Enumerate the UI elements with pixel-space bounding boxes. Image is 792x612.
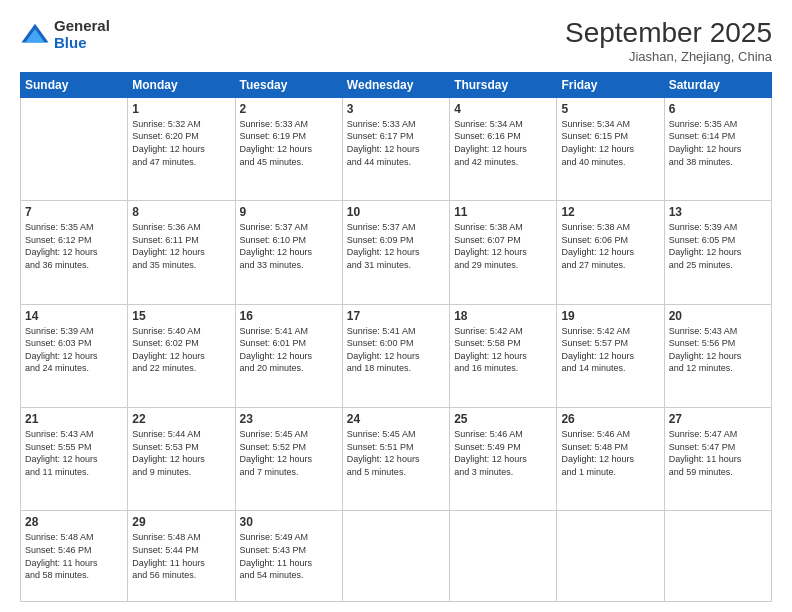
calendar-week-row: 21Sunrise: 5:43 AM Sunset: 5:55 PM Dayli… [21, 408, 772, 511]
day-info: Sunrise: 5:38 AM Sunset: 6:07 PM Dayligh… [454, 221, 552, 271]
day-number: 23 [240, 412, 338, 426]
table-row [21, 97, 128, 200]
header: General Blue September 2025 Jiashan, Zhe… [20, 18, 772, 64]
table-row: 13Sunrise: 5:39 AM Sunset: 6:05 PM Dayli… [664, 201, 771, 304]
day-number: 2 [240, 102, 338, 116]
day-number: 21 [25, 412, 123, 426]
day-number: 14 [25, 309, 123, 323]
table-row: 5Sunrise: 5:34 AM Sunset: 6:15 PM Daylig… [557, 97, 664, 200]
day-number: 8 [132, 205, 230, 219]
day-number: 4 [454, 102, 552, 116]
table-row: 14Sunrise: 5:39 AM Sunset: 6:03 PM Dayli… [21, 304, 128, 407]
day-number: 28 [25, 515, 123, 529]
day-info: Sunrise: 5:41 AM Sunset: 6:00 PM Dayligh… [347, 325, 445, 375]
logo-text: General Blue [54, 18, 110, 51]
day-number: 6 [669, 102, 767, 116]
day-info: Sunrise: 5:36 AM Sunset: 6:11 PM Dayligh… [132, 221, 230, 271]
day-number: 1 [132, 102, 230, 116]
day-number: 22 [132, 412, 230, 426]
table-row: 28Sunrise: 5:48 AM Sunset: 5:46 PM Dayli… [21, 511, 128, 602]
day-info: Sunrise: 5:34 AM Sunset: 6:15 PM Dayligh… [561, 118, 659, 168]
table-row: 29Sunrise: 5:48 AM Sunset: 5:44 PM Dayli… [128, 511, 235, 602]
table-row: 27Sunrise: 5:47 AM Sunset: 5:47 PM Dayli… [664, 408, 771, 511]
location: Jiashan, Zhejiang, China [565, 49, 772, 64]
day-info: Sunrise: 5:44 AM Sunset: 5:53 PM Dayligh… [132, 428, 230, 478]
day-info: Sunrise: 5:37 AM Sunset: 6:09 PM Dayligh… [347, 221, 445, 271]
day-number: 5 [561, 102, 659, 116]
col-thursday: Thursday [450, 72, 557, 97]
day-info: Sunrise: 5:43 AM Sunset: 5:55 PM Dayligh… [25, 428, 123, 478]
day-info: Sunrise: 5:46 AM Sunset: 5:48 PM Dayligh… [561, 428, 659, 478]
table-row: 19Sunrise: 5:42 AM Sunset: 5:57 PM Dayli… [557, 304, 664, 407]
table-row: 8Sunrise: 5:36 AM Sunset: 6:11 PM Daylig… [128, 201, 235, 304]
day-number: 25 [454, 412, 552, 426]
table-row: 25Sunrise: 5:46 AM Sunset: 5:49 PM Dayli… [450, 408, 557, 511]
day-info: Sunrise: 5:40 AM Sunset: 6:02 PM Dayligh… [132, 325, 230, 375]
day-info: Sunrise: 5:49 AM Sunset: 5:43 PM Dayligh… [240, 531, 338, 581]
day-info: Sunrise: 5:48 AM Sunset: 5:44 PM Dayligh… [132, 531, 230, 581]
day-number: 12 [561, 205, 659, 219]
table-row [557, 511, 664, 602]
table-row: 22Sunrise: 5:44 AM Sunset: 5:53 PM Dayli… [128, 408, 235, 511]
table-row: 23Sunrise: 5:45 AM Sunset: 5:52 PM Dayli… [235, 408, 342, 511]
day-number: 30 [240, 515, 338, 529]
day-info: Sunrise: 5:39 AM Sunset: 6:03 PM Dayligh… [25, 325, 123, 375]
day-info: Sunrise: 5:33 AM Sunset: 6:19 PM Dayligh… [240, 118, 338, 168]
table-row: 4Sunrise: 5:34 AM Sunset: 6:16 PM Daylig… [450, 97, 557, 200]
col-saturday: Saturday [664, 72, 771, 97]
day-info: Sunrise: 5:46 AM Sunset: 5:49 PM Dayligh… [454, 428, 552, 478]
calendar-week-row: 28Sunrise: 5:48 AM Sunset: 5:46 PM Dayli… [21, 511, 772, 602]
logo: General Blue [20, 18, 110, 51]
table-row: 3Sunrise: 5:33 AM Sunset: 6:17 PM Daylig… [342, 97, 449, 200]
day-number: 7 [25, 205, 123, 219]
day-number: 13 [669, 205, 767, 219]
table-row: 1Sunrise: 5:32 AM Sunset: 6:20 PM Daylig… [128, 97, 235, 200]
day-info: Sunrise: 5:34 AM Sunset: 6:16 PM Dayligh… [454, 118, 552, 168]
weekday-header-row: Sunday Monday Tuesday Wednesday Thursday… [21, 72, 772, 97]
day-info: Sunrise: 5:32 AM Sunset: 6:20 PM Dayligh… [132, 118, 230, 168]
day-number: 20 [669, 309, 767, 323]
table-row: 16Sunrise: 5:41 AM Sunset: 6:01 PM Dayli… [235, 304, 342, 407]
page: General Blue September 2025 Jiashan, Zhe… [0, 0, 792, 612]
day-number: 17 [347, 309, 445, 323]
month-title: September 2025 [565, 18, 772, 49]
calendar-week-row: 7Sunrise: 5:35 AM Sunset: 6:12 PM Daylig… [21, 201, 772, 304]
table-row: 21Sunrise: 5:43 AM Sunset: 5:55 PM Dayli… [21, 408, 128, 511]
table-row: 2Sunrise: 5:33 AM Sunset: 6:19 PM Daylig… [235, 97, 342, 200]
table-row: 18Sunrise: 5:42 AM Sunset: 5:58 PM Dayli… [450, 304, 557, 407]
table-row: 7Sunrise: 5:35 AM Sunset: 6:12 PM Daylig… [21, 201, 128, 304]
table-row: 9Sunrise: 5:37 AM Sunset: 6:10 PM Daylig… [235, 201, 342, 304]
day-number: 19 [561, 309, 659, 323]
table-row: 10Sunrise: 5:37 AM Sunset: 6:09 PM Dayli… [342, 201, 449, 304]
day-number: 9 [240, 205, 338, 219]
day-info: Sunrise: 5:39 AM Sunset: 6:05 PM Dayligh… [669, 221, 767, 271]
day-info: Sunrise: 5:35 AM Sunset: 6:12 PM Dayligh… [25, 221, 123, 271]
calendar-table: Sunday Monday Tuesday Wednesday Thursday… [20, 72, 772, 602]
table-row: 6Sunrise: 5:35 AM Sunset: 6:14 PM Daylig… [664, 97, 771, 200]
table-row: 20Sunrise: 5:43 AM Sunset: 5:56 PM Dayli… [664, 304, 771, 407]
day-info: Sunrise: 5:41 AM Sunset: 6:01 PM Dayligh… [240, 325, 338, 375]
day-number: 29 [132, 515, 230, 529]
day-number: 3 [347, 102, 445, 116]
day-info: Sunrise: 5:43 AM Sunset: 5:56 PM Dayligh… [669, 325, 767, 375]
calendar-week-row: 1Sunrise: 5:32 AM Sunset: 6:20 PM Daylig… [21, 97, 772, 200]
table-row [664, 511, 771, 602]
day-number: 24 [347, 412, 445, 426]
day-info: Sunrise: 5:42 AM Sunset: 5:57 PM Dayligh… [561, 325, 659, 375]
table-row: 12Sunrise: 5:38 AM Sunset: 6:06 PM Dayli… [557, 201, 664, 304]
table-row: 30Sunrise: 5:49 AM Sunset: 5:43 PM Dayli… [235, 511, 342, 602]
day-info: Sunrise: 5:45 AM Sunset: 5:52 PM Dayligh… [240, 428, 338, 478]
day-info: Sunrise: 5:37 AM Sunset: 6:10 PM Dayligh… [240, 221, 338, 271]
day-info: Sunrise: 5:47 AM Sunset: 5:47 PM Dayligh… [669, 428, 767, 478]
day-number: 11 [454, 205, 552, 219]
col-friday: Friday [557, 72, 664, 97]
day-number: 10 [347, 205, 445, 219]
day-info: Sunrise: 5:38 AM Sunset: 6:06 PM Dayligh… [561, 221, 659, 271]
title-area: September 2025 Jiashan, Zhejiang, China [565, 18, 772, 64]
day-info: Sunrise: 5:33 AM Sunset: 6:17 PM Dayligh… [347, 118, 445, 168]
day-number: 27 [669, 412, 767, 426]
day-number: 16 [240, 309, 338, 323]
table-row [450, 511, 557, 602]
day-info: Sunrise: 5:42 AM Sunset: 5:58 PM Dayligh… [454, 325, 552, 375]
calendar-week-row: 14Sunrise: 5:39 AM Sunset: 6:03 PM Dayli… [21, 304, 772, 407]
